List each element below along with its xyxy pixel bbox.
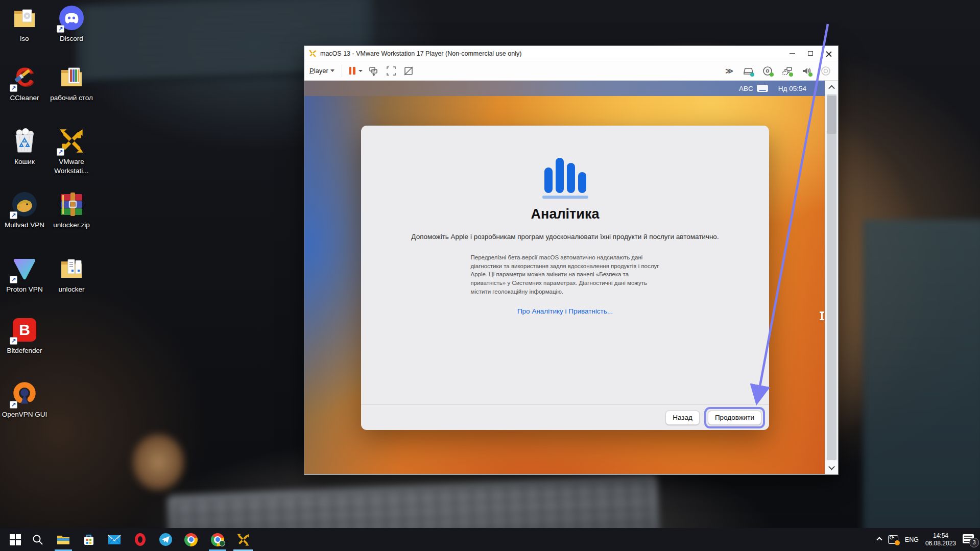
taskbar-telegram[interactable]	[154, 528, 177, 551]
vmware-window: macOS 13 - VMware Workstation 17 Player …	[304, 45, 839, 475]
fullscreen-button[interactable]	[385, 65, 397, 77]
vmware-icon: ↗	[58, 127, 85, 155]
desktop-icon-label: Discord	[60, 34, 83, 43]
vmware-title-bar[interactable]: macOS 13 - VMware Workstation 17 Player …	[304, 46, 838, 61]
ctrl-alt-del-button[interactable]	[368, 65, 380, 77]
scrollbar-track[interactable]	[827, 94, 836, 460]
photo-cup	[130, 432, 186, 493]
openvpn-keyhole-icon: ↗	[11, 380, 38, 408]
desktop-icon-unlocker-zip[interactable]: unlocker.zip	[48, 190, 95, 230]
hard-disk-button[interactable]	[742, 65, 754, 77]
ccleaner-icon: C ↗	[11, 63, 38, 91]
desktop-icon-discord[interactable]: ↗ Discord	[48, 4, 95, 43]
chrome-icon	[184, 533, 198, 546]
photo-jacket	[863, 220, 980, 551]
maximize-button[interactable]	[801, 46, 820, 61]
continue-button[interactable]: Продовжити	[708, 411, 761, 425]
menu-bar-clock[interactable]: Нд 05:54	[778, 85, 806, 92]
pause-button[interactable]	[349, 67, 363, 75]
desktop-icon-protonvpn[interactable]: ↗ Proton VPN	[1, 255, 48, 294]
ctrl-alt-del-icon	[369, 66, 379, 76]
vm-screen[interactable]: ABC Нд 05:54 Аналітика Допоможіть Apple …	[304, 81, 826, 474]
taskbar-clock[interactable]: 14:54 06.08.2023	[925, 532, 956, 547]
search-button[interactable]	[27, 528, 49, 551]
text-cursor	[821, 312, 823, 320]
winrar-archive-icon	[58, 190, 85, 218]
close-button[interactable]	[820, 46, 838, 61]
scroll-down-button[interactable]	[825, 461, 838, 474]
tray-expand-chevron-icon[interactable]	[876, 537, 882, 542]
language-indicator[interactable]: ENG	[905, 536, 919, 543]
desktop-icon-ccleaner[interactable]: C ↗ CCleaner	[1, 63, 48, 103]
notification-center-button[interactable]: 3	[963, 534, 976, 545]
shortcut-arrow-icon: ↗	[57, 25, 64, 33]
desktop-icon-label: OpenVPN GUI	[2, 410, 47, 419]
recycle-bin-icon	[11, 127, 38, 155]
taskbar-chrome-profile[interactable]	[206, 528, 229, 551]
clock-date: 06.08.2023	[925, 540, 956, 547]
cd-rom-button[interactable]	[761, 65, 774, 77]
pause-icon	[349, 67, 355, 75]
usb-disabled-button[interactable]	[820, 65, 832, 77]
file-explorer-icon	[57, 534, 70, 546]
scrollbar-thumb[interactable]	[827, 96, 836, 134]
analytics-dialog: Аналітика Допоможіть Apple і розробникам…	[361, 126, 769, 430]
taskbar-vmware[interactable]	[232, 528, 254, 551]
desktop-icon-bitdefender[interactable]: B ↗ Bitdefender	[1, 316, 48, 355]
minimize-button[interactable]	[783, 46, 801, 61]
dialog-subtitle: Допоможіть Apple і розробникам програм у…	[387, 233, 744, 241]
unity-mode-button[interactable]	[402, 65, 415, 77]
shared-folders-button[interactable]: ≫	[723, 65, 735, 77]
player-menu[interactable]: Player	[309, 67, 334, 75]
vmware-logo-icon	[308, 50, 317, 58]
dialog-footer: Назад Продовжити	[361, 404, 769, 430]
shortcut-arrow-icon: ↗	[57, 148, 64, 156]
input-source-menu[interactable]: ABC	[739, 85, 768, 92]
start-button[interactable]	[4, 528, 27, 551]
chevron-down-icon	[330, 69, 334, 72]
window-title: macOS 13 - VMware Workstation 17 Player …	[320, 50, 783, 57]
taskbar-store[interactable]	[78, 528, 100, 551]
taskbar: ENG 14:54 06.08.2023 3	[0, 528, 980, 551]
sound-button[interactable]	[800, 65, 812, 77]
scroll-up-button[interactable]	[825, 81, 838, 94]
shortcut-arrow-icon: ↗	[10, 401, 17, 409]
usb-disabled-icon	[821, 66, 831, 76]
desktop-icon-openvpn[interactable]: ↗ OpenVPN GUI	[1, 380, 48, 419]
desktop-icon-work-folder[interactable]: рабочий стол	[48, 63, 95, 103]
desktop-icon-iso[interactable]: iso	[1, 4, 48, 43]
desktop-icon-label: unlocker.zip	[53, 221, 89, 230]
taskbar-chrome[interactable]	[180, 528, 202, 551]
network-adapter-button[interactable]	[781, 65, 793, 77]
privacy-link[interactable]: Про Аналітику і Приватність...	[517, 307, 613, 315]
profile-badge-icon	[219, 540, 225, 546]
desktop-icon-label: iso	[20, 34, 29, 43]
back-button[interactable]: Назад	[665, 411, 700, 425]
orange-status-dot	[895, 540, 900, 545]
folder-files-icon	[58, 63, 85, 91]
search-icon	[32, 534, 44, 546]
desktop-icon-label: Кошик	[14, 157, 35, 166]
desktop-icon-unlocker[interactable]: unlocker	[48, 255, 95, 294]
microsoft-store-icon	[83, 534, 95, 546]
vmware-scrollbar[interactable]	[825, 81, 838, 474]
desktop-icon-mullvad[interactable]: ↗ Mullvad VPN	[1, 190, 48, 230]
toolbar-separator	[342, 65, 342, 77]
vmware-icon	[236, 533, 250, 546]
desktop-icon-vmware[interactable]: ↗ VMware Workstati...	[48, 127, 95, 176]
desktop-icon-label: Mullvad VPN	[5, 221, 44, 230]
opera-icon	[135, 533, 146, 546]
macos-menu-bar: ABC Нд 05:54	[304, 81, 826, 96]
sync-tray-icon[interactable]	[888, 535, 898, 544]
folder-docs-icon	[58, 255, 85, 282]
desktop-icon-recycle-bin[interactable]: Кошик	[1, 127, 48, 166]
taskbar-file-explorer[interactable]	[52, 528, 75, 551]
chevron-down-icon	[358, 70, 363, 72]
windows-logo-icon	[10, 534, 21, 545]
unity-disabled-icon	[403, 66, 414, 76]
dialog-body-text: Передрелізні бета-версії macOS автоматич…	[471, 253, 660, 296]
taskbar-opera[interactable]	[129, 528, 151, 551]
taskbar-mail[interactable]	[103, 528, 126, 551]
desktop-icon-label: VMware Workstati...	[48, 157, 95, 176]
analytics-baseline	[542, 196, 588, 199]
